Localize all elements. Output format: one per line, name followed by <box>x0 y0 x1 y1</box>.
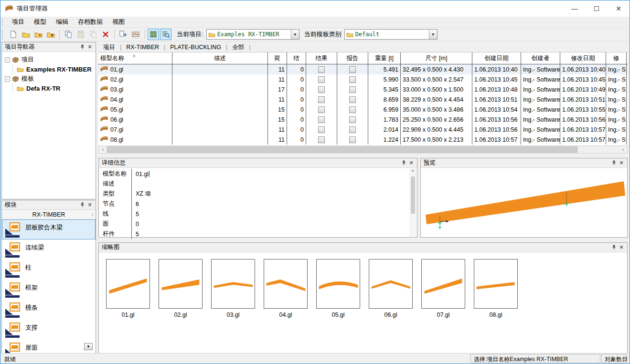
close-button[interactable]: ✕ <box>608 0 630 17</box>
menu-item-3[interactable]: 存档数据 <box>73 17 107 27</box>
transfer-model-button[interactable] <box>117 29 129 40</box>
results-checkbox[interactable] <box>318 66 325 73</box>
results-checkbox[interactable] <box>318 136 325 143</box>
minimize-button[interactable]: — <box>564 0 586 17</box>
table-row[interactable]: 02.gl1105.99033.500 x 0.500 x 2.5471.06.… <box>98 74 628 84</box>
duplicate-button[interactable] <box>87 29 99 40</box>
icon-view-toggle[interactable] <box>148 29 159 40</box>
scroll-up-icon[interactable]: ˄ <box>409 168 416 176</box>
report-checkbox[interactable] <box>349 66 356 73</box>
report-checkbox[interactable] <box>349 116 356 123</box>
results-checkbox[interactable] <box>318 106 325 113</box>
details-view-toggle[interactable] <box>160 29 171 40</box>
close-icon[interactable]: ✕ <box>86 43 94 51</box>
report-checkbox[interactable] <box>349 76 356 83</box>
results-checkbox[interactable] <box>318 86 325 93</box>
thumbnail-image[interactable] <box>421 259 465 309</box>
new-project-button[interactable] <box>20 29 32 40</box>
pin-icon[interactable] <box>78 201 86 209</box>
module-item-4[interactable]: 檩条 <box>2 300 96 320</box>
edit-project-button[interactable] <box>32 29 44 40</box>
table-row[interactable]: 04.gl1108.65938.229 x 0.500 x 4.4541.06.… <box>98 94 628 104</box>
menu-item-1[interactable]: 模型 <box>29 17 51 27</box>
tab-rx-timber[interactable]: RX-TIMBER <box>121 44 164 51</box>
current-project-combobox[interactable]: Examples RX-TIMBER ▼ <box>206 29 299 40</box>
module-item-0[interactable]: 层板胶合木梁 <box>2 219 96 239</box>
column-header-5[interactable]: 报告 <box>337 52 368 64</box>
column-header-2[interactable]: 荷 <box>268 52 287 64</box>
module-item-3[interactable]: 框架 <box>2 280 96 300</box>
scroll-right-icon[interactable]: › <box>619 147 627 152</box>
results-checkbox[interactable] <box>318 96 325 103</box>
tree-item-label[interactable]: Examples RX-TIMBER <box>26 66 92 73</box>
column-header-6[interactable]: 重量 [t] <box>368 52 401 64</box>
new-model-button[interactable] <box>8 29 19 40</box>
tree-item-examples-rx-timber[interactable]: Examples RX-TIMBER <box>12 64 95 74</box>
tree-node-projects[interactable]: − 项目 <box>5 55 95 64</box>
column-header-8[interactable]: 创建日期 <box>472 52 521 64</box>
table-row[interactable]: 07.gl1102.01422.909 x 0.500 x 4.4451.06.… <box>98 125 628 135</box>
close-icon[interactable]: ✕ <box>618 159 625 167</box>
modules-group-header[interactable]: RX-TIMBER ≡ <box>2 210 96 219</box>
vscroll-thumb[interactable] <box>411 177 415 214</box>
table-row[interactable]: 08.gl1101.22417.500 x 0.500 x 2.2131.06.… <box>98 135 628 145</box>
thumbnail-01-gl[interactable]: 01.gl <box>102 259 154 318</box>
tree-item-default-template[interactable]: Defa RX-TR <box>12 83 95 93</box>
close-icon[interactable]: ✕ <box>407 159 415 167</box>
archive-button[interactable] <box>130 29 141 40</box>
pin-icon[interactable] <box>610 159 618 167</box>
pin-icon[interactable] <box>610 244 618 251</box>
thumbnail-08-gl[interactable]: 08.gl <box>470 259 522 318</box>
details-vscrollbar[interactable]: ˄ <box>409 168 416 237</box>
table-hscrollbar[interactable]: ‹ › <box>98 146 628 154</box>
report-checkbox[interactable] <box>349 106 356 113</box>
thumbnail-image[interactable] <box>159 259 203 309</box>
column-header-4[interactable]: 结果 <box>306 52 337 64</box>
module-item-5[interactable]: 支撑 <box>2 320 96 340</box>
column-header-3[interactable]: 结 <box>287 52 306 64</box>
resize-grip[interactable]: ⟋⟋ <box>622 357 629 363</box>
thumbnail-06-gl[interactable]: 06.gl <box>364 259 417 318</box>
thumbnail-image[interactable] <box>106 259 150 309</box>
module-item-2[interactable]: 柱 <box>2 260 96 280</box>
column-header-11[interactable]: 修 <box>606 52 627 64</box>
results-checkbox[interactable] <box>318 126 325 133</box>
report-checkbox[interactable] <box>349 126 356 133</box>
tree-item-label[interactable]: Defa RX-TR <box>26 85 61 92</box>
table-row[interactable]: 06.gl1501.78325.250 x 0.500 x 2.6561.06.… <box>98 114 628 125</box>
menu-item-4[interactable]: 视图 <box>107 17 129 27</box>
thumbnail-image[interactable] <box>264 259 308 309</box>
tab--[interactable]: 项目 <box>98 43 120 52</box>
tab--[interactable]: 全部 <box>227 43 249 52</box>
column-header-0[interactable]: 模型名称˄ <box>98 52 172 64</box>
hscroll-thumb[interactable] <box>107 146 577 153</box>
thumbnail-04-gl[interactable]: 04.gl <box>259 259 312 318</box>
results-checkbox[interactable] <box>318 116 325 123</box>
table-row[interactable]: 01.gl1105.49132.495 x 0.500 x 4.4301.06.… <box>98 64 628 74</box>
copy-button[interactable] <box>63 29 74 40</box>
thumbnail-03-gl[interactable]: 03.gl <box>207 259 259 318</box>
thumbnail-05-gl[interactable]: 05.gl <box>312 259 364 318</box>
column-header-7[interactable]: 尺寸 [m] <box>401 52 472 64</box>
table-row[interactable]: 05.gl1506.95935.000 x 0.500 x 3.4861.06.… <box>98 104 628 114</box>
column-header-1[interactable]: 描述 <box>172 52 268 64</box>
thumbnail-image[interactable] <box>474 259 518 309</box>
chevron-down-icon[interactable]: ▼ <box>429 30 437 39</box>
column-header-9[interactable]: 创建者 <box>521 52 560 64</box>
scroll-left-icon[interactable]: ‹ <box>99 147 107 152</box>
close-icon[interactable]: ✕ <box>86 201 94 209</box>
menu-item-0[interactable]: 项目 <box>7 17 29 27</box>
collapse-icon[interactable]: − <box>5 76 10 82</box>
report-checkbox[interactable] <box>349 136 356 143</box>
thumbnail-02-gl[interactable]: 02.gl <box>154 259 207 318</box>
thumbnail-image[interactable] <box>211 259 255 309</box>
maximize-button[interactable]: ☐ <box>586 0 608 17</box>
menu-item-2[interactable]: 编辑 <box>51 17 73 27</box>
tree-node-templates[interactable]: − 模板 <box>5 74 95 83</box>
tree-node-label[interactable]: 模板 <box>21 74 34 83</box>
thumbnail-07-gl[interactable]: 07.gl <box>417 259 470 318</box>
delete-project-button[interactable] <box>45 29 56 40</box>
tab-plate-buckling[interactable]: PLATE-BUCKLING <box>165 44 226 51</box>
column-header-10[interactable]: 修改日期 <box>560 52 606 64</box>
collapse-icon[interactable]: − <box>5 57 10 62</box>
